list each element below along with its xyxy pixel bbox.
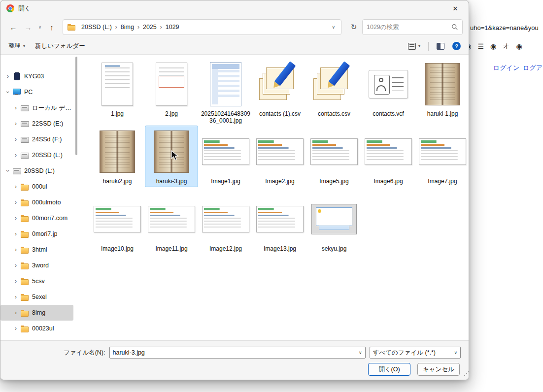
close-button[interactable]: ✕ bbox=[448, 2, 463, 15]
search-icon bbox=[451, 24, 458, 31]
sidebar-item-3[interactable]: ›22SSD (E:) bbox=[0, 116, 73, 131]
file-item[interactable]: contacts (1).csv bbox=[254, 59, 306, 119]
chevron-down-icon[interactable]: › bbox=[4, 89, 11, 96]
file-item[interactable]: contacts.csv bbox=[308, 59, 360, 119]
breadcrumb-item[interactable]: 1029 bbox=[163, 22, 182, 32]
filetype-select[interactable]: すべてのファイル (*.*) ∨ bbox=[370, 347, 461, 359]
globe-icon[interactable]: ◉ bbox=[490, 42, 496, 50]
file-item[interactable]: Image10.jpg bbox=[91, 194, 143, 254]
sidebar-item-9[interactable]: ›00mori7.com bbox=[0, 210, 73, 226]
file-item[interactable]: 20251024164830936_0001.jpg bbox=[200, 59, 252, 126]
chevron-down-icon[interactable]: ∨ bbox=[359, 350, 362, 355]
sidebar-item-1[interactable]: ›PC bbox=[0, 84, 73, 100]
filename-row: ファイル名(N): ∨ すべてのファイル (*.*) ∨ bbox=[8, 347, 461, 359]
sidebar-item-0[interactable]: ›KYG03 bbox=[0, 68, 73, 84]
file-thumbnail-shot bbox=[256, 206, 304, 232]
file-item[interactable]: 1.jpg bbox=[91, 59, 143, 119]
globe-icon[interactable]: ◉ bbox=[516, 42, 522, 50]
file-item[interactable]: Image7.jpg bbox=[416, 126, 469, 187]
sidebar-item-15[interactable]: ›8img bbox=[0, 305, 73, 321]
refresh-button[interactable]: ↻ bbox=[346, 20, 361, 34]
reader-icon[interactable]: ☰ bbox=[477, 42, 484, 50]
file-item[interactable]: Image1.jpg bbox=[200, 126, 252, 187]
file-item[interactable]: Image12.jpg bbox=[200, 194, 252, 254]
address-bar[interactable]: 20SSD (L:)›8img›2025›1029 ∨ bbox=[63, 19, 341, 35]
sidebar-item-16[interactable]: ›00023ul bbox=[0, 321, 73, 336]
file-item[interactable]: Image2.jpg bbox=[254, 126, 306, 187]
sidebar-scrollbar[interactable] bbox=[75, 57, 77, 155]
chevron-down-icon: ∨ bbox=[454, 350, 457, 355]
sidebar-item-14[interactable]: ›5exel bbox=[0, 289, 73, 305]
file-item[interactable]: Image13.jpg bbox=[254, 194, 306, 254]
sidebar-item-2[interactable]: ›ローカル ディスク bbox=[0, 100, 73, 116]
chevron-right-icon[interactable]: › bbox=[4, 73, 11, 80]
file-thumbnail-shot bbox=[148, 206, 195, 232]
page-link-1[interactable]: ログアウト bbox=[523, 64, 543, 72]
sidebar-item-8[interactable]: ›000ulmoto bbox=[0, 195, 73, 210]
file-item[interactable]: Image5.jpg bbox=[308, 126, 360, 187]
organize-button[interactable]: 整理 ▾ bbox=[8, 42, 25, 50]
page-link-0[interactable]: ログイン bbox=[493, 64, 519, 72]
breadcrumb-item[interactable]: 8img bbox=[118, 22, 136, 32]
breadcrumb-item[interactable]: 20SSD (L:) bbox=[79, 22, 114, 32]
help-icon[interactable]: ? bbox=[452, 42, 461, 50]
chevron-right-icon[interactable]: › bbox=[12, 325, 19, 332]
file-item[interactable]: contacts.vcf bbox=[362, 59, 414, 119]
resize-grip[interactable] bbox=[464, 375, 465, 376]
breadcrumb-separator: › bbox=[159, 24, 163, 31]
sidebar-item-12[interactable]: ›3word bbox=[0, 258, 73, 273]
chevron-right-icon[interactable]: › bbox=[12, 262, 19, 269]
folder-icon bbox=[20, 230, 29, 238]
file-item[interactable]: haruki-1.jpg bbox=[416, 59, 469, 119]
view-options-button[interactable]: ▾ bbox=[408, 43, 420, 50]
file-name: sekyu.jpg bbox=[322, 245, 347, 252]
forward-button[interactable]: → bbox=[21, 20, 35, 34]
sidebar-item-7[interactable]: ›000ul bbox=[0, 179, 73, 195]
sidebar-item-label: ローカル ディスク bbox=[32, 104, 73, 112]
new-folder-button[interactable]: 新しいフォルダー bbox=[35, 42, 85, 50]
chevron-right-icon[interactable]: › bbox=[12, 183, 19, 190]
chevron-right-icon[interactable]: › bbox=[12, 199, 19, 206]
chevron-right-icon[interactable]: › bbox=[12, 246, 19, 253]
sidebar-item-label: 00023ul bbox=[32, 325, 54, 332]
sidebar-item-10[interactable]: ›0mori7.jp bbox=[0, 226, 73, 242]
chevron-right-icon[interactable]: › bbox=[12, 278, 19, 285]
chevron-right-icon[interactable]: › bbox=[12, 230, 19, 237]
file-item[interactable]: Image11.jpg bbox=[145, 194, 198, 254]
chevron-down-icon[interactable]: › bbox=[4, 167, 11, 174]
preview-pane-icon[interactable] bbox=[437, 43, 444, 50]
file-item[interactable]: sekyu.jpg bbox=[308, 194, 360, 254]
file-item[interactable]: haruki-3.jpg bbox=[145, 126, 198, 187]
file-item[interactable]: 2.jpg bbox=[145, 59, 198, 119]
sidebar-item-4[interactable]: ›24SSd (F:) bbox=[0, 131, 73, 147]
sidebar-item-5[interactable]: ›20SSD (L:) bbox=[0, 147, 73, 163]
chevron-right-icon[interactable]: › bbox=[12, 309, 19, 316]
search-input[interactable] bbox=[367, 24, 451, 31]
sidebar-item-11[interactable]: ›3html bbox=[0, 242, 73, 258]
file-name: contacts (1).csv bbox=[259, 110, 301, 117]
chevron-right-icon[interactable]: › bbox=[12, 294, 19, 300]
file-item[interactable]: haruki2.jpg bbox=[91, 126, 143, 187]
back-button[interactable]: ← bbox=[6, 20, 20, 34]
chevron-right-icon[interactable]: › bbox=[12, 104, 19, 111]
chevron-right-icon[interactable]: › bbox=[12, 120, 19, 127]
file-item[interactable]: Image6.jpg bbox=[362, 126, 414, 187]
katakana-o-icon[interactable]: オ bbox=[503, 42, 509, 51]
file-thumbnail-sheet bbox=[210, 62, 241, 106]
address-dropdown-caret[interactable]: ∨ bbox=[330, 25, 337, 30]
cancel-button[interactable]: キャンセル bbox=[417, 363, 460, 376]
filename-input[interactable] bbox=[113, 349, 356, 356]
breadcrumb-item[interactable]: 2025 bbox=[140, 22, 159, 32]
open-button[interactable]: 開く(O) bbox=[368, 363, 410, 376]
thumbnail-wrap bbox=[256, 128, 304, 176]
up-button[interactable]: ↑ bbox=[45, 20, 59, 34]
thumbnail-wrap bbox=[310, 128, 358, 176]
sidebar-item-13[interactable]: ›5csv bbox=[0, 273, 73, 289]
chevron-right-icon[interactable]: › bbox=[12, 215, 19, 222]
folder-icon bbox=[20, 325, 29, 332]
chevron-right-icon[interactable]: › bbox=[12, 136, 19, 143]
chevron-right-icon[interactable]: › bbox=[12, 152, 19, 159]
sidebar-item-6[interactable]: ›20SSD (L:) bbox=[0, 163, 73, 179]
recent-locations-caret[interactable]: ∨ bbox=[36, 20, 44, 34]
folder-icon bbox=[20, 183, 29, 191]
